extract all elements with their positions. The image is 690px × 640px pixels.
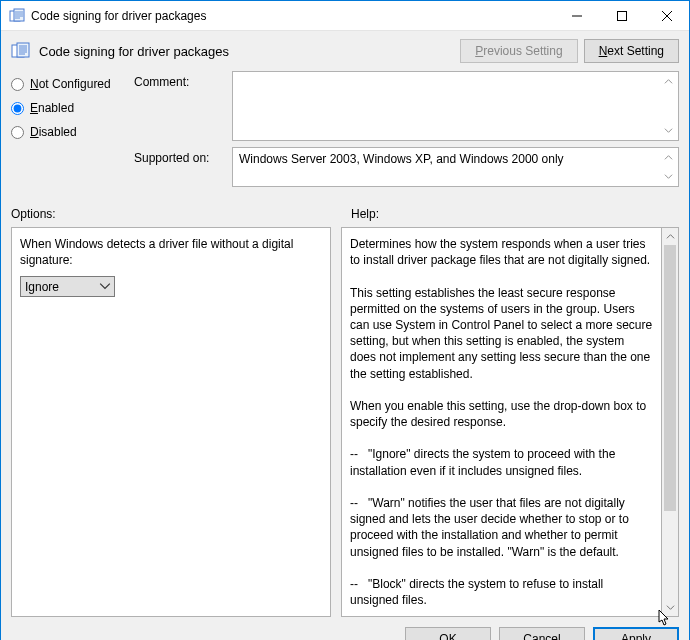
maximize-button[interactable] [599,1,644,30]
cancel-button[interactable]: Cancel [499,627,585,640]
chevron-up-icon[interactable] [660,149,677,166]
previous-setting-button: Previous Setting [460,39,577,63]
help-pane: Determines how the system responds when … [341,227,662,617]
chevron-up-icon[interactable] [660,73,677,90]
scrollbar-track[interactable] [662,245,678,599]
chevron-down-icon [99,280,111,295]
window-title: Code signing for driver packages [31,9,554,23]
scrollbar-thumb[interactable] [664,245,676,511]
chevron-down-icon[interactable] [660,168,677,185]
window-controls [554,1,689,30]
supported-on-label: Supported on: [134,147,224,165]
close-button[interactable] [644,1,689,30]
dialog-window: Code signing for driver packages Code [0,0,690,640]
scroll-down-icon[interactable] [662,599,678,616]
supported-on-field: Windows Server 2003, Windows XP, and Win… [232,147,679,187]
radio-enabled[interactable]: Enabled [11,101,126,115]
signature-response-dropdown[interactable]: Ignore [20,276,115,297]
next-setting-button[interactable]: Next Setting [584,39,679,63]
options-label: Options: [11,207,341,221]
app-icon [9,8,25,24]
header-caption: Code signing for driver packages [39,44,454,59]
radio-enabled-input[interactable] [11,102,24,115]
supported-on-text: Windows Server 2003, Windows XP, and Win… [239,152,564,166]
minimize-button[interactable] [554,1,599,30]
policy-icon [11,41,31,61]
comment-label: Comment: [134,71,224,89]
chevron-down-icon[interactable] [660,122,677,139]
comment-field[interactable] [232,71,679,141]
titlebar[interactable]: Code signing for driver packages [1,1,689,31]
svg-rect-1 [14,9,24,21]
options-pane: When Windows detects a driver file witho… [11,227,331,617]
header-row: Code signing for driver packages Previou… [11,39,679,63]
apply-button[interactable]: Apply [593,627,679,640]
radio-not-configured[interactable]: Not Configured [11,77,126,91]
radio-disabled-input[interactable] [11,126,24,139]
options-field-label: When Windows detects a driver file witho… [20,236,322,268]
config-radio-group: Not Configured Enabled Disabled [11,71,126,139]
outer-scrollbar[interactable] [662,227,679,617]
dialog-body: Code signing for driver packages Previou… [1,31,689,640]
ok-button[interactable]: OK [405,627,491,640]
help-label: Help: [351,207,679,221]
radio-disabled[interactable]: Disabled [11,125,126,139]
radio-not-configured-input[interactable] [11,78,24,91]
svg-rect-2 [617,11,626,20]
lower-section: Options: Help: When Windows detects a dr… [11,207,679,617]
dropdown-value: Ignore [25,280,59,294]
top-grid: Not Configured Enabled Disabled Comment: [11,71,679,193]
footer-buttons: OK Cancel Apply [11,617,679,640]
help-text: Determines how the system responds when … [350,237,656,607]
scroll-up-icon[interactable] [662,228,678,245]
